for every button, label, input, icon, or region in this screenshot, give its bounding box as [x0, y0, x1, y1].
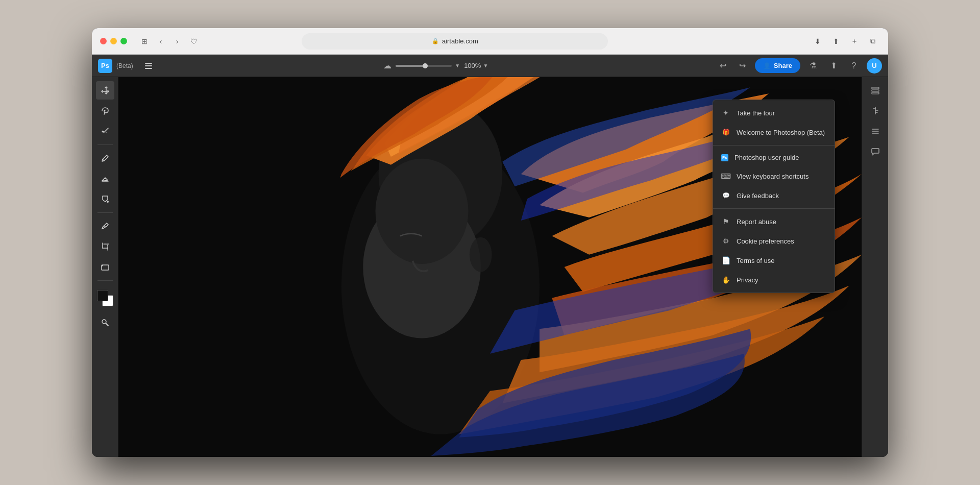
properties-panel-button[interactable] [866, 122, 885, 140]
give-feedback-item[interactable]: 💬 Give feedback [713, 186, 835, 205]
traffic-lights [100, 38, 127, 44]
give-feedback-label: Give feedback [737, 192, 779, 200]
welcome-item[interactable]: 🎁 Welcome to Photoshop (Beta) [713, 123, 835, 142]
cloud-icon: ☁ [383, 61, 391, 70]
svg-point-5 [107, 201, 109, 203]
close-button[interactable] [100, 38, 107, 44]
ps-topbar-center: ☁ ▼ 100% ▼ [160, 61, 712, 70]
tool-separator-3 [97, 280, 113, 281]
magic-wand-button[interactable] [96, 122, 114, 140]
ps-right-panel [862, 77, 888, 457]
hamburger-menu-button[interactable] [141, 59, 156, 73]
tool-separator-1 [97, 144, 113, 145]
lasso-tool-button[interactable] [96, 102, 114, 120]
browser-right-controls: ⬇ ⬆ ＋ ⧉ [811, 34, 880, 48]
svg-point-19 [470, 237, 492, 272]
zoom-slider-container[interactable]: ▼ [396, 63, 460, 68]
back-button[interactable]: ‹ [154, 34, 168, 48]
ps-left-toolbar [92, 77, 118, 457]
user-guide-icon: Ps [721, 154, 728, 161]
svg-rect-20 [872, 87, 879, 89]
browser-chrome: ⊞ ‹ › 🛡 🔒 airtable.com ⬇ ⬆ ＋ ⧉ [92, 28, 888, 55]
ps-logo: Ps [98, 59, 112, 73]
eraser-tool-button[interactable] [96, 169, 114, 188]
user-avatar[interactable]: U [867, 58, 882, 74]
help-icon-button[interactable]: ? [846, 58, 862, 74]
privacy-label: Privacy [737, 276, 758, 284]
welcome-label: Welcome to Photoshop (Beta) [737, 129, 825, 136]
share-button[interactable]: 👤 Share [755, 58, 800, 73]
url-text: airtable.com [442, 37, 478, 45]
crop-tool-button[interactable] [96, 237, 114, 256]
zoom-dropdown[interactable]: 100% ▼ [464, 62, 488, 69]
cookie-preferences-label: Cookie preferences [737, 237, 794, 245]
take-tour-icon: ✦ [721, 108, 730, 117]
svg-rect-21 [872, 90, 879, 91]
svg-point-18 [376, 159, 469, 264]
layers-panel-button[interactable] [866, 81, 885, 100]
welcome-icon: 🎁 [721, 128, 730, 137]
help-dropdown-section-2: Ps Photoshop user guide ⌨ View keyboard … [713, 145, 835, 208]
svg-rect-22 [872, 92, 879, 94]
share-button-icon: 👤 [763, 62, 771, 69]
browser-nav: ⊞ ‹ › [137, 34, 184, 48]
zoom-slider-fill [396, 65, 424, 67]
help-dropdown-section-3: ⚑ Report abuse ⚙ Cookie preferences 📄 Te… [713, 208, 835, 293]
svg-line-2 [104, 113, 105, 114]
svg-line-3 [104, 128, 108, 133]
report-abuse-icon: ⚑ [721, 217, 730, 226]
svg-line-13 [106, 323, 108, 326]
foreground-color-swatch[interactable] [97, 290, 108, 301]
maximize-button[interactable] [120, 38, 127, 44]
url-bar[interactable]: 🔒 airtable.com [302, 33, 608, 50]
user-guide-label: Photoshop user guide [734, 154, 799, 161]
cookie-preferences-item[interactable]: ⚙ Cookie preferences [713, 231, 835, 251]
zoom-dropdown-chevron: ▼ [483, 63, 488, 68]
terms-of-use-label: Terms of use [737, 257, 774, 264]
zoom-level-label: 100% [464, 62, 481, 69]
brush-tool-button[interactable] [96, 149, 114, 167]
ps-beta-label: (Beta) [116, 62, 133, 69]
tabs-button[interactable]: ⧉ [866, 34, 880, 48]
minimize-button[interactable] [110, 38, 117, 44]
zoom-slider[interactable] [396, 65, 452, 67]
eyedropper-tool-button[interactable] [96, 217, 114, 235]
flask-icon-button[interactable]: ⚗ [805, 58, 821, 74]
upload-icon-button[interactable]: ⬆ [826, 58, 841, 74]
ps-canvas[interactable]: ✦ Take the tour 🎁 Welcome to Photoshop (… [118, 77, 862, 457]
extra-tool-button[interactable] [96, 313, 114, 332]
zoom-slider-thumb [423, 63, 428, 68]
shield-icon: 🛡 [190, 37, 198, 45]
download-button[interactable]: ⬇ [811, 34, 825, 48]
move-tool-button[interactable] [96, 81, 114, 100]
take-tour-item[interactable]: ✦ Take the tour [713, 103, 835, 123]
tool-separator-2 [97, 212, 113, 213]
report-abuse-label: Report abuse [737, 218, 776, 226]
lock-icon: 🔒 [432, 38, 439, 44]
privacy-item[interactable]: ✋ Privacy [713, 270, 835, 289]
share-button-label: Share [774, 62, 792, 69]
user-guide-item[interactable]: Ps Photoshop user guide [713, 149, 835, 166]
forward-button[interactable]: › [170, 34, 184, 48]
mac-window: ⊞ ‹ › 🛡 🔒 airtable.com ⬇ ⬆ ＋ ⧉ Ps (Beta) [92, 28, 888, 457]
adjustments-panel-button[interactable] [866, 102, 885, 120]
privacy-icon: ✋ [721, 275, 730, 284]
new-tab-button[interactable]: ＋ [847, 34, 862, 48]
report-abuse-item[interactable]: ⚑ Report abuse [713, 212, 835, 231]
terms-of-use-item[interactable]: 📄 Terms of use [713, 251, 835, 270]
terms-of-use-icon: 📄 [721, 256, 730, 265]
give-feedback-icon: 💬 [721, 191, 730, 200]
comments-panel-button[interactable] [866, 142, 885, 161]
color-swatches[interactable] [96, 289, 114, 307]
frame-tool-button[interactable] [96, 258, 114, 276]
keyboard-shortcuts-item[interactable]: ⌨ View keyboard shortcuts [713, 166, 835, 186]
share-page-button[interactable]: ⬆ [829, 34, 843, 48]
keyboard-shortcuts-label: View keyboard shortcuts [737, 173, 808, 180]
take-tour-label: Take the tour [737, 109, 775, 117]
sidebar-toggle-button[interactable]: ⊞ [137, 34, 152, 48]
zoom-dropdown-arrow: ▼ [455, 63, 460, 68]
fill-tool-button[interactable] [96, 190, 114, 208]
ps-topbar: Ps (Beta) ☁ ▼ 100% [92, 55, 888, 77]
undo-button[interactable]: ↩ [716, 59, 730, 73]
redo-button[interactable]: ↪ [736, 59, 750, 73]
